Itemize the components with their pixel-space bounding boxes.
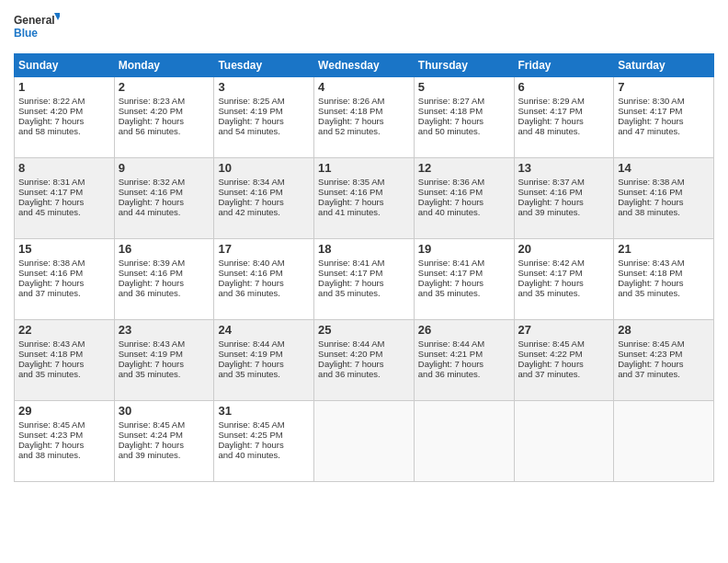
day-number: 16 [119,242,210,256]
daylight-minutes: and 40 minutes. [418,207,481,217]
calendar-cell [414,401,514,482]
daylight-label: Daylight: 7 hours [518,278,584,288]
header-day: Friday [514,54,614,77]
daylight-minutes: and 52 minutes. [318,126,381,136]
header-day: Saturday [614,54,714,77]
calendar-cell: 18 Sunrise: 8:41 AM Sunset: 4:17 PM Dayl… [314,239,415,320]
sunset-label: Sunset: 4:17 PM [418,268,483,278]
calendar-cell: 31 Sunrise: 8:45 AM Sunset: 4:25 PM Dayl… [214,401,314,482]
calendar-row: 1 Sunrise: 8:22 AM Sunset: 4:20 PM Dayli… [15,77,714,158]
daylight-minutes: and 35 minutes. [518,288,581,298]
daylight-minutes: and 37 minutes. [18,288,81,298]
calendar-cell: 2 Sunrise: 8:23 AM Sunset: 4:20 PM Dayli… [114,77,214,158]
sunrise-label: Sunrise: 8:43 AM [119,339,185,349]
daylight-label: Daylight: 7 hours [218,197,283,207]
sunrise-label: Sunrise: 8:44 AM [218,339,284,349]
calendar-cell: 26 Sunrise: 8:44 AM Sunset: 4:21 PM Dayl… [414,320,514,401]
sunset-label: Sunset: 4:16 PM [518,187,583,197]
day-number: 3 [218,80,310,94]
day-number: 29 [18,404,110,418]
daylight-label: Daylight: 7 hours [318,278,383,288]
calendar-cell: 21 Sunrise: 8:43 AM Sunset: 4:18 PM Dayl… [614,239,714,320]
calendar-cell: 17 Sunrise: 8:40 AM Sunset: 4:16 PM Dayl… [214,239,314,320]
daylight-minutes: and 40 minutes. [218,450,280,460]
daylight-label: Daylight: 7 hours [618,359,683,369]
sunset-label: Sunset: 4:16 PM [218,268,282,278]
sunrise-label: Sunrise: 8:45 AM [618,339,684,349]
daylight-label: Daylight: 7 hours [518,116,584,126]
sunrise-label: Sunrise: 8:42 AM [518,258,585,268]
day-number: 11 [318,161,410,175]
daylight-label: Daylight: 7 hours [418,278,483,288]
calendar-cell: 8 Sunrise: 8:31 AM Sunset: 4:17 PM Dayli… [15,158,115,239]
day-number: 28 [618,323,710,337]
sunset-label: Sunset: 4:17 PM [518,268,583,278]
day-number: 8 [18,161,110,175]
daylight-minutes: and 36 minutes. [119,288,181,298]
sunrise-label: Sunrise: 8:25 AM [218,96,284,106]
sunrise-label: Sunrise: 8:45 AM [518,339,585,349]
day-number: 22 [18,323,110,337]
calendar-cell: 10 Sunrise: 8:34 AM Sunset: 4:16 PM Dayl… [214,158,314,239]
header-row: SundayMondayTuesdayWednesdayThursdayFrid… [15,54,714,77]
calendar-cell: 15 Sunrise: 8:38 AM Sunset: 4:16 PM Dayl… [15,239,115,320]
sunset-label: Sunset: 4:23 PM [618,349,682,359]
sunrise-label: Sunrise: 8:32 AM [119,177,185,187]
daylight-label: Daylight: 7 hours [119,440,184,450]
day-number: 17 [218,242,310,256]
sunrise-label: Sunrise: 8:45 AM [119,419,185,430]
sunset-label: Sunset: 4:19 PM [218,349,282,359]
day-number: 18 [318,242,410,256]
daylight-minutes: and 44 minutes. [119,207,181,217]
daylight-label: Daylight: 7 hours [119,359,184,369]
svg-text:Blue: Blue [14,27,38,40]
daylight-minutes: and 41 minutes. [318,207,381,217]
calendar-cell: 19 Sunrise: 8:41 AM Sunset: 4:17 PM Dayl… [414,239,514,320]
logo: General Blue [14,9,60,46]
header-day: Sunday [15,54,115,77]
sunrise-label: Sunrise: 8:41 AM [318,258,384,268]
day-number: 12 [418,161,510,175]
header: General Blue [14,9,714,46]
calendar-cell: 5 Sunrise: 8:27 AM Sunset: 4:18 PM Dayli… [414,77,514,158]
sunset-label: Sunset: 4:17 PM [518,106,583,116]
daylight-minutes: and 35 minutes. [318,288,381,298]
daylight-minutes: and 48 minutes. [518,126,581,136]
sunrise-label: Sunrise: 8:27 AM [418,96,484,106]
daylight-label: Daylight: 7 hours [318,359,383,369]
calendar-cell: 27 Sunrise: 8:45 AM Sunset: 4:22 PM Dayl… [514,320,614,401]
daylight-label: Daylight: 7 hours [318,116,383,126]
day-number: 21 [618,242,710,256]
sunset-label: Sunset: 4:25 PM [218,430,282,440]
daylight-minutes: and 58 minutes. [18,126,81,136]
daylight-label: Daylight: 7 hours [119,197,184,207]
daylight-minutes: and 38 minutes. [618,207,680,217]
day-number: 1 [18,80,110,94]
sunrise-label: Sunrise: 8:35 AM [318,177,384,187]
sunset-label: Sunset: 4:18 PM [318,106,382,116]
sunrise-label: Sunrise: 8:43 AM [18,339,85,349]
calendar-cell: 1 Sunrise: 8:22 AM Sunset: 4:20 PM Dayli… [15,77,115,158]
calendar-cell [614,401,714,482]
calendar-cell: 14 Sunrise: 8:38 AM Sunset: 4:16 PM Dayl… [614,158,714,239]
day-number: 30 [119,404,210,418]
calendar-cell: 30 Sunrise: 8:45 AM Sunset: 4:24 PM Dayl… [114,401,214,482]
daylight-label: Daylight: 7 hours [318,197,383,207]
sunrise-label: Sunrise: 8:38 AM [18,258,85,268]
daylight-minutes: and 39 minutes. [518,207,581,217]
day-number: 10 [218,161,310,175]
calendar-cell: 13 Sunrise: 8:37 AM Sunset: 4:16 PM Dayl… [514,158,614,239]
sunset-label: Sunset: 4:20 PM [318,349,382,359]
sunrise-label: Sunrise: 8:45 AM [18,419,85,430]
daylight-minutes: and 45 minutes. [18,207,81,217]
sunrise-label: Sunrise: 8:44 AM [418,339,484,349]
daylight-label: Daylight: 7 hours [618,278,683,288]
day-number: 13 [518,161,610,175]
daylight-label: Daylight: 7 hours [18,278,84,288]
day-number: 23 [119,323,210,337]
day-number: 5 [418,80,510,94]
calendar-cell: 24 Sunrise: 8:44 AM Sunset: 4:19 PM Dayl… [214,320,314,401]
sunset-label: Sunset: 4:16 PM [119,268,183,278]
calendar-cell: 23 Sunrise: 8:43 AM Sunset: 4:19 PM Dayl… [114,320,214,401]
daylight-minutes: and 35 minutes. [218,369,280,379]
